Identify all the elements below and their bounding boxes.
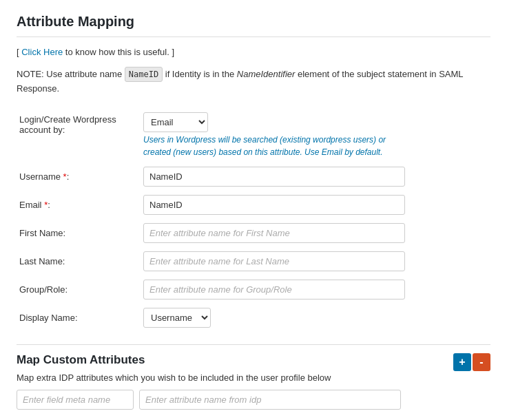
plus-minus-buttons: + - [453,353,490,371]
attr-idp-input[interactable] [139,390,401,410]
nameid-em: NameIdentifier [237,69,296,79]
grouprole-input[interactable] [143,280,405,300]
add-custom-attr-button[interactable]: + [453,353,471,371]
email-label: Email *: [17,191,141,219]
click-here-line: [ Click Here to know how this is useful.… [17,47,490,57]
grouprole-cell [141,275,490,304]
firstname-cell [141,219,490,247]
username-label: Username *: [17,162,141,191]
custom-attr-description: Map extra IDP attributes which you wish … [17,372,490,383]
page-title: Attribute Mapping [17,14,490,30]
grouprole-label: Group/Role: [17,275,141,304]
login-label: Login/Create Wordpress account by: [17,108,141,162]
email-cell [141,191,490,219]
note-prefix: NOTE: Use attribute name [17,69,125,79]
email-input[interactable] [143,195,405,215]
login-by-select[interactable]: Email Username [143,112,208,132]
custom-attr-inputs-row [17,390,490,410]
lastname-input[interactable] [143,251,405,271]
attribute-mapping-table: Login/Create Wordpress account by: Email… [17,108,490,332]
click-here-suffix: to know how this is useful. ] [63,47,174,57]
login-hint: Users in Wordpress will be searched (exi… [143,134,405,158]
custom-attr-section: Map Custom Attributes + - Map extra IDP … [17,353,490,410]
email-required: * [44,200,48,210]
firstname-input[interactable] [143,223,405,243]
note-line: NOTE: Use attribute name NameID if Ident… [17,67,490,96]
firstname-label: First Name: [17,219,141,247]
firstname-row: First Name: [17,219,490,247]
displayname-select[interactable]: Username Email First Name Last Name Full… [143,308,211,328]
displayname-row: Display Name: Username Email First Name … [17,304,490,332]
lastname-cell [141,247,490,275]
remove-custom-attr-button[interactable]: - [473,353,490,371]
custom-attr-title: Map Custom Attributes [17,353,490,367]
nameid-badge: NameID [125,67,163,82]
lastname-label: Last Name: [17,247,141,275]
field-meta-input[interactable] [17,390,134,410]
username-required: * [63,171,67,182]
displayname-cell: Username Email First Name Last Name Full… [141,304,490,332]
grouprole-row: Group/Role: [17,275,490,304]
email-row: Email *: [17,191,490,219]
username-cell [141,162,490,191]
note-suffix: if Identity is in the [163,69,237,79]
lastname-row: Last Name: [17,247,490,275]
username-input[interactable] [143,167,405,187]
login-create-row: Login/Create Wordpress account by: Email… [17,108,490,162]
displayname-label: Display Name: [17,304,141,332]
login-cell: Email Username Users in Wordpress will b… [141,108,490,162]
username-row: Username *: [17,162,490,191]
click-here-link[interactable]: Click Here [21,47,63,57]
